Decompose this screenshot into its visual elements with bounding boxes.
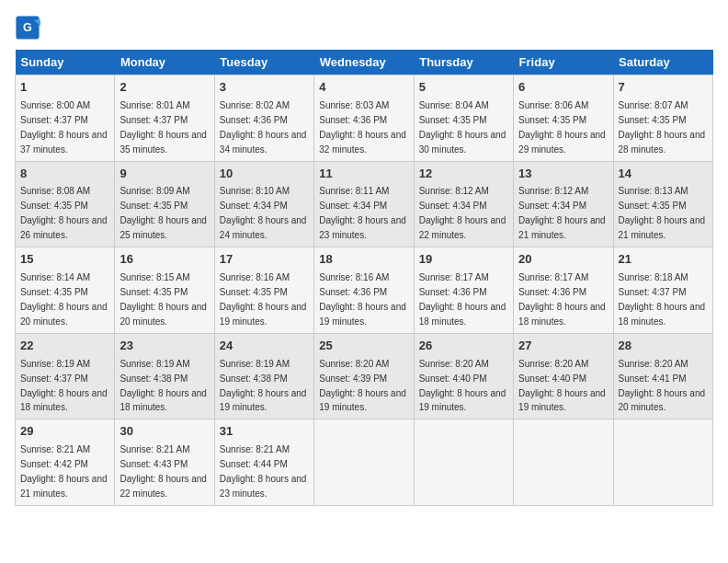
day-cell: 19Sunrise: 8:17 AMSunset: 4:36 PMDayligh… [414,247,513,334]
day-cell: 10Sunrise: 8:10 AMSunset: 4:34 PMDayligh… [214,161,313,247]
sunset-info: Sunset: 4:37 PM [119,115,188,125]
day-cell: 1Sunrise: 8:00 AMSunset: 4:37 PMDaylight… [16,75,115,162]
day-number: 5 [419,79,508,97]
sunset-info: Sunset: 4:36 PM [319,287,387,297]
page-header: G [15,15,713,40]
daylight-label: Daylight: 8 hours and 19 minutes. [319,388,406,413]
sunrise-info: Sunrise: 8:06 AM [518,100,588,110]
sunrise-info: Sunrise: 8:20 AM [518,359,588,369]
sunrise-info: Sunrise: 8:21 AM [20,444,90,454]
day-cell: 8Sunrise: 8:08 AMSunset: 4:35 PMDaylight… [16,161,115,247]
sunrise-info: Sunrise: 8:20 AM [319,359,389,369]
day-cell: 22Sunrise: 8:19 AMSunset: 4:37 PMDayligh… [16,333,115,419]
sunset-info: Sunset: 4:37 PM [20,373,88,384]
sunset-info: Sunset: 4:42 PM [20,459,88,469]
daylight-label: Daylight: 8 hours and 20 minutes. [619,388,706,413]
day-cell [514,419,613,506]
sunset-info: Sunset: 4:34 PM [518,201,586,211]
day-cell: 21Sunrise: 8:18 AMSunset: 4:37 PMDayligh… [613,247,712,334]
sunset-info: Sunset: 4:38 PM [119,373,188,384]
week-row-5: 29Sunrise: 8:21 AMSunset: 4:42 PMDayligh… [16,419,713,506]
sunset-info: Sunset: 4:35 PM [20,201,88,211]
day-cell: 15Sunrise: 8:14 AMSunset: 4:35 PMDayligh… [16,247,115,334]
col-header-tuesday: Tuesday [214,50,313,75]
daylight-label: Daylight: 8 hours and 18 minutes. [419,302,506,327]
day-cell [314,419,414,506]
sunrise-info: Sunrise: 8:02 AM [220,100,290,110]
sunset-info: Sunset: 4:35 PM [518,115,586,125]
daylight-label: Daylight: 8 hours and 28 minutes. [619,130,706,155]
sunset-info: Sunset: 4:34 PM [419,201,487,211]
day-number: 2 [119,79,209,97]
day-number: 29 [20,423,109,441]
day-number: 20 [518,251,608,269]
sunrise-info: Sunrise: 8:19 AM [220,359,290,369]
daylight-label: Daylight: 8 hours and 30 minutes. [419,130,506,155]
day-cell: 29Sunrise: 8:21 AMSunset: 4:42 PMDayligh… [16,419,115,506]
day-cell: 30Sunrise: 8:21 AMSunset: 4:43 PMDayligh… [115,419,214,506]
sunrise-info: Sunrise: 8:21 AM [220,444,290,454]
day-number: 8 [20,166,109,183]
col-header-monday: Monday [115,50,214,75]
sunset-info: Sunset: 4:34 PM [319,201,387,211]
day-number: 26 [419,338,508,355]
daylight-label: Daylight: 8 hours and 21 minutes. [518,215,606,240]
day-number: 4 [319,79,408,97]
daylight-label: Daylight: 8 hours and 19 minutes. [220,302,307,327]
day-cell: 11Sunrise: 8:11 AMSunset: 4:34 PMDayligh… [314,161,414,247]
daylight-label: Daylight: 8 hours and 19 minutes. [319,302,406,327]
daylight-label: Daylight: 8 hours and 23 minutes. [220,474,307,499]
day-cell: 13Sunrise: 8:12 AMSunset: 4:34 PMDayligh… [514,161,613,247]
daylight-label: Daylight: 8 hours and 29 minutes. [518,130,606,155]
day-cell: 31Sunrise: 8:21 AMSunset: 4:44 PMDayligh… [214,419,313,506]
day-cell: 7Sunrise: 8:07 AMSunset: 4:35 PMDaylight… [613,75,712,162]
day-number: 1 [20,79,109,97]
week-row-4: 22Sunrise: 8:19 AMSunset: 4:37 PMDayligh… [16,333,713,419]
sunrise-info: Sunrise: 8:20 AM [419,359,489,369]
day-cell: 24Sunrise: 8:19 AMSunset: 4:38 PMDayligh… [214,333,313,419]
sunrise-info: Sunrise: 8:09 AM [119,186,189,196]
daylight-label: Daylight: 8 hours and 20 minutes. [119,302,207,327]
sunset-info: Sunset: 4:39 PM [319,373,387,384]
daylight-label: Daylight: 8 hours and 26 minutes. [20,215,108,240]
daylight-label: Daylight: 8 hours and 23 minutes. [319,215,406,240]
day-number: 6 [518,79,608,97]
sunset-info: Sunset: 4:43 PM [119,459,188,469]
day-cell: 4Sunrise: 8:03 AMSunset: 4:36 PMDaylight… [314,75,414,162]
col-header-friday: Friday [514,50,613,75]
sunrise-info: Sunrise: 8:21 AM [119,444,189,454]
day-number: 10 [220,166,309,183]
daylight-label: Daylight: 8 hours and 21 minutes. [20,474,108,499]
daylight-label: Daylight: 8 hours and 22 minutes. [419,215,506,240]
day-number: 11 [319,166,408,183]
sunrise-info: Sunrise: 8:01 AM [119,100,189,110]
sunset-info: Sunset: 4:40 PM [518,373,586,384]
day-cell: 23Sunrise: 8:19 AMSunset: 4:38 PMDayligh… [115,333,214,419]
day-number: 24 [220,338,309,355]
day-number: 18 [319,251,408,269]
sunrise-info: Sunrise: 8:08 AM [20,186,90,196]
daylight-label: Daylight: 8 hours and 35 minutes. [119,130,207,155]
day-cell: 16Sunrise: 8:15 AMSunset: 4:35 PMDayligh… [115,247,214,334]
sunset-info: Sunset: 4:37 PM [20,115,88,125]
day-cell: 17Sunrise: 8:16 AMSunset: 4:35 PMDayligh… [214,247,313,334]
header-row: SundayMondayTuesdayWednesdayThursdayFrid… [16,50,713,75]
sunrise-info: Sunrise: 8:16 AM [319,272,389,282]
day-number: 15 [20,251,109,269]
daylight-label: Daylight: 8 hours and 32 minutes. [319,130,406,155]
sunrise-info: Sunrise: 8:11 AM [319,186,389,196]
daylight-label: Daylight: 8 hours and 19 minutes. [220,388,307,413]
sunrise-info: Sunrise: 8:03 AM [319,100,389,110]
col-header-saturday: Saturday [613,50,712,75]
sunset-info: Sunset: 4:36 PM [319,115,387,125]
week-row-2: 8Sunrise: 8:08 AMSunset: 4:35 PMDaylight… [16,161,713,247]
day-cell: 14Sunrise: 8:13 AMSunset: 4:35 PMDayligh… [613,161,712,247]
day-number: 9 [119,166,209,183]
day-number: 13 [518,166,608,183]
sunset-info: Sunset: 4:44 PM [220,459,288,469]
day-number: 16 [119,251,209,269]
sunrise-info: Sunrise: 8:10 AM [220,186,290,196]
day-cell: 2Sunrise: 8:01 AMSunset: 4:37 PMDaylight… [115,75,214,162]
day-cell: 6Sunrise: 8:06 AMSunset: 4:35 PMDaylight… [514,75,613,162]
sunrise-info: Sunrise: 8:20 AM [619,359,688,369]
